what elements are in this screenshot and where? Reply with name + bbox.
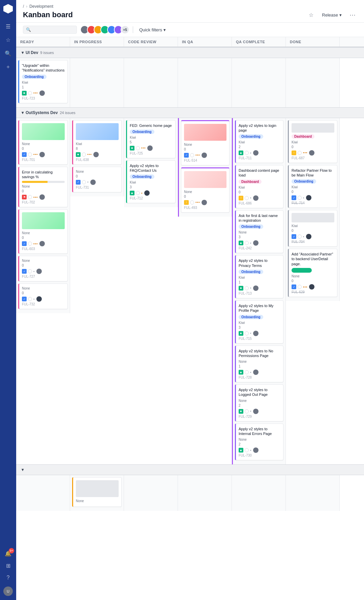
header: / › Development Kanban board ☆ Release ▾… xyxy=(16,0,364,23)
card-ful-713[interactable]: Apply v2 styles to Privacy Terms Onboard… xyxy=(235,255,283,298)
header-actions: ☆ Release ▾ ⋯ xyxy=(306,10,357,20)
card-avatar-ful-725 xyxy=(147,145,153,151)
card-count-ful-730: 2 xyxy=(239,442,280,446)
card-dots-ful-725: ••• xyxy=(141,146,146,150)
star-icon[interactable]: ☆ xyxy=(5,36,11,43)
favorite-button[interactable]: ☆ xyxy=(306,10,316,20)
card-footer-ful-701: ✓ ••• xyxy=(22,152,65,157)
card-meta-ful-723: Kiwi xyxy=(22,81,65,84)
card-footer-ful-711: ■ • xyxy=(239,150,280,156)
app-logo[interactable] xyxy=(3,4,13,13)
card-ful-725[interactable]: FED: Generic home page Onboarding Kiwi 5… xyxy=(126,120,176,158)
card-ful-727[interactable]: None 0 ✓ • FUL-727 xyxy=(18,256,68,281)
search-icon[interactable]: 🔍 xyxy=(5,50,11,57)
card-ful-711[interactable]: Apply v2 styles to login page Onboarding… xyxy=(235,120,283,163)
card-ful-493[interactable]: None 0 ! ••• FUL-493 xyxy=(181,167,230,213)
col-done-extra xyxy=(286,475,340,511)
card-ful-731[interactable]: None 0 ✓ • FUL-731 xyxy=(72,167,122,192)
card-avatar-ful-713 xyxy=(253,285,259,291)
card-ful-704[interactable]: Kiwi 0 ✓ • FUL-704 xyxy=(288,210,337,247)
breadcrumb-root[interactable]: / xyxy=(23,4,24,9)
card-meta-ful-727: None xyxy=(22,259,65,263)
card-ful-702[interactable]: Error in calculating savings % None 0 ⚑ … xyxy=(18,167,68,208)
card-extra-1[interactable]: None xyxy=(72,477,122,507)
card-footer-ful-728: ■ • xyxy=(239,370,280,375)
card-img-ful-704 xyxy=(292,213,334,222)
card-ful-638[interactable]: Kiwi 8 ■ ••• FUL-638 xyxy=(72,120,122,165)
release-label: Release xyxy=(322,12,338,18)
card-circle-ful-704 xyxy=(298,235,302,239)
card-meta-ful-712: Kiwi xyxy=(130,181,173,184)
card-ful-715[interactable]: Apply v2 styles to My Profile Page Onboa… xyxy=(235,300,283,344)
card-ful-730[interactable]: Apply v2 styles to Internal Errors Page … xyxy=(235,424,283,461)
more-options-button[interactable]: ⋯ xyxy=(348,10,357,20)
card-count-ful-686: 0 xyxy=(239,190,280,194)
card-ful-514[interactable]: None 0 ✓ ••• FUL-514 xyxy=(181,120,230,165)
add-icon[interactable]: ＋ xyxy=(5,63,11,70)
card-avatar-ful-638 xyxy=(93,152,99,157)
card-circle-ful-701 xyxy=(28,153,32,157)
notification-badge[interactable]: 🔔 9+ xyxy=(5,550,11,557)
card-ful-686[interactable]: Dashboard content page load Dashboard Ki… xyxy=(235,165,283,208)
breadcrumb-development[interactable]: Development xyxy=(29,4,53,9)
card-count-ful-704: 0 xyxy=(292,229,334,233)
card-ful-687[interactable]: Dashboard Kiwi 0 ! ••• FUL-687 xyxy=(288,120,337,163)
card-ful-723[interactable]: "Upgrade" within "Notifications" instruc… xyxy=(18,60,68,103)
menu-icon[interactable]: ☰ xyxy=(5,23,11,30)
card-icon-ful-704: ✓ xyxy=(292,234,296,239)
help-icon[interactable]: ? xyxy=(5,574,11,581)
card-circle-ful-242 xyxy=(245,241,249,245)
card-footer-ful-686: ! • xyxy=(239,195,280,201)
card-icon-ful-711: ■ xyxy=(239,151,243,155)
col-inqa-extra xyxy=(178,475,232,511)
quick-filters-chevron: ▾ xyxy=(163,27,166,32)
card-circle-ful-711 xyxy=(245,151,249,155)
card-ful-629[interactable]: Add "Associated Partner" to backend User… xyxy=(288,249,337,297)
card-title-ful-725: FED: Generic home page xyxy=(130,123,173,128)
card-ful-714[interactable]: Refactor Partner Flow to be Main Flow On… xyxy=(288,165,337,208)
card-count-ful-723: 1 xyxy=(22,85,65,89)
card-count-ful-729: 2 xyxy=(239,404,280,407)
card-ful-603[interactable]: None 0 ✓ ••• FUL-603 xyxy=(18,209,68,254)
col-ready-outsystems: None 0 ✓ ••• FUL-701 Error in calculatin… xyxy=(16,118,70,313)
card-ful-242[interactable]: Ask for first & last name in registratio… xyxy=(235,210,283,253)
card-count-ful-629: 0 xyxy=(292,279,334,283)
card-ful-729[interactable]: Apply v2 styles to Logged Out Page None … xyxy=(235,384,283,421)
quick-filters-button[interactable]: Quick filters ▾ xyxy=(136,26,169,34)
grid-icon[interactable]: ⊞ xyxy=(5,562,11,569)
card-circle-ful-713 xyxy=(245,286,249,290)
card-ful-701[interactable]: None 0 ✓ ••• FUL-701 xyxy=(18,120,68,165)
card-count-ful-603: 0 xyxy=(22,236,65,240)
card-tag-ful-687: Dashboard xyxy=(292,134,314,139)
card-dots-ful-629: ••• xyxy=(303,285,308,289)
card-circle-ful-714 xyxy=(298,196,302,200)
avatar-count[interactable]: +5 xyxy=(121,25,129,34)
card-count-ful-514: 0 xyxy=(184,147,226,151)
user-avatar[interactable]: U xyxy=(3,587,13,596)
card-id-ful-727: FUL-727 xyxy=(22,275,65,278)
card-icon-ful-493: ! xyxy=(184,200,189,205)
card-icon-ful-725: ■ xyxy=(130,146,134,151)
card-id-ful-730: FUL-730 xyxy=(239,454,280,457)
card-ful-712[interactable]: Apply v2 styles to FAQ/Contact Us Onboar… xyxy=(126,160,176,203)
card-dots-ful-715: • xyxy=(250,331,252,335)
group-header-uidev[interactable]: ▾ UI Dev 9 issues xyxy=(16,47,364,58)
card-ful-732[interactable]: None 0 ✓ • FUL-732 xyxy=(18,283,68,309)
card-footer-ful-723: ■ ••• xyxy=(22,90,65,96)
card-circle-ful-603 xyxy=(28,242,32,246)
card-id-ful-686: FUL-686 xyxy=(239,201,280,205)
release-button[interactable]: Release ▾ xyxy=(319,11,344,19)
group-row-extra: None xyxy=(16,475,364,511)
search-input[interactable] xyxy=(33,27,74,32)
group-header-extra[interactable]: ▾ xyxy=(16,464,364,475)
card-id-ful-493: FUL-493 xyxy=(184,206,226,210)
card-meta-ful-728: None xyxy=(239,360,280,363)
card-tag-ful-711: Onboarding xyxy=(239,134,263,139)
search-box[interactable]: 🔍 xyxy=(23,26,77,34)
group-header-outsystems[interactable]: ▾ OutSystems Dev 24 issues xyxy=(16,107,364,118)
card-ful-728[interactable]: Apply v2 styles to No Permissions Page N… xyxy=(235,346,283,383)
card-circle-ful-712 xyxy=(136,191,140,195)
card-id-ful-715: FUL-715 xyxy=(239,337,280,340)
card-color-ful-629 xyxy=(292,268,312,273)
card-avatar-ful-701 xyxy=(39,152,45,157)
